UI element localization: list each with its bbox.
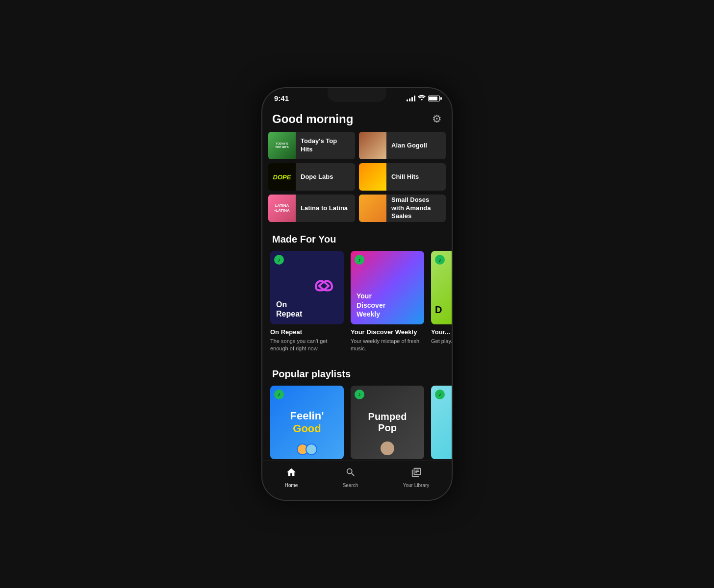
spotify-badge-feelin: ♪ xyxy=(274,390,284,399)
spotify-badge-discover: ♪ xyxy=(355,255,364,265)
settings-icon[interactable]: ⚙ xyxy=(432,113,442,125)
spotify-logo-third-pop: ♪ xyxy=(439,392,441,397)
quick-thumb-small-doses xyxy=(359,195,386,222)
quick-label-chill: Chill Hits xyxy=(386,173,424,181)
discover-weekly-card-desc: Your weekly mixtape of fresh music. xyxy=(351,338,424,353)
on-repeat-card-desc: The songs you can't get enough of right … xyxy=(270,338,344,353)
quick-thumb-dope: DOPE xyxy=(268,163,296,191)
third-card-image: ♪ D xyxy=(431,251,452,324)
made-for-you-spacer xyxy=(262,357,452,365)
made-for-you-cards[interactable]: ♪ OnRepeat On Repeat xyxy=(262,251,452,357)
nav-search-label: Search xyxy=(343,483,358,488)
third-popular-image: ♪ xyxy=(431,386,452,459)
card-on-repeat[interactable]: ♪ OnRepeat On Repeat xyxy=(270,251,344,353)
discover-label: YourDiscoverWeekly xyxy=(357,292,385,318)
quick-item-chill[interactable]: Chill Hits xyxy=(359,163,446,191)
header: Good morning ⚙ xyxy=(262,104,452,132)
status-icons xyxy=(407,95,440,102)
quick-item-dope[interactable]: DOPE Dope Labs xyxy=(268,163,355,191)
nav-library-label: Your Library xyxy=(403,483,430,488)
card-pumped-pop[interactable]: ♪ Pumped Pop Pumped Pop xyxy=(351,386,424,461)
nav-home-label: Home xyxy=(285,483,298,488)
spotify-badge-third: ♪ xyxy=(435,255,445,265)
status-time: 9:41 xyxy=(274,94,289,102)
feelin-good-avatars xyxy=(297,443,317,455)
card-feelin-good[interactable]: ♪ Feelin' Good Feelin' Good xyxy=(270,386,344,461)
library-icon xyxy=(411,467,422,481)
on-repeat-card-title: On Repeat xyxy=(270,328,344,336)
infinity-icon xyxy=(308,276,340,300)
discover-weekly-image: ♪ YourDiscoverWeekly xyxy=(351,251,424,324)
pumped-pop-label: Pumped Pop xyxy=(368,411,407,434)
nav-home[interactable]: Home xyxy=(275,465,308,490)
spotify-logo-pumped: ♪ xyxy=(358,392,361,397)
quick-label-dope: Dope Labs xyxy=(296,173,338,181)
quick-thumb-latina: LATINA•LATINA xyxy=(268,195,296,222)
third-card-label: D xyxy=(435,292,442,318)
popular-playlists-header: Popular playlists xyxy=(262,365,452,386)
quick-item-alan[interactable]: Alan Gogoll xyxy=(359,132,446,159)
spotify-badge-pumped: ♪ xyxy=(355,390,364,399)
feelin-good-image: ♪ Feelin' Good xyxy=(270,386,344,459)
scroll-content[interactable]: Good morning ⚙ Today'sTop Hits Today's T… xyxy=(262,104,452,461)
spotify-logo-third: ♪ xyxy=(439,257,441,263)
notch xyxy=(328,88,386,102)
quick-label-small-doses: Small Doses with Amanda Saales xyxy=(386,196,446,221)
battery-icon xyxy=(428,96,440,101)
third-card-title: Your... xyxy=(431,328,452,336)
search-icon xyxy=(345,467,356,481)
pumped-pop-avatar xyxy=(381,441,394,455)
phone-frame: 9:41 Good xyxy=(261,87,453,501)
on-repeat-title: OnRepeat xyxy=(276,300,302,318)
quick-thumb-top-hits: Today'sTop Hits xyxy=(268,132,296,159)
card-discover-weekly[interactable]: ♪ YourDiscoverWeekly Your Discover Weekl… xyxy=(351,251,424,353)
quick-access-grid: Today'sTop Hits Today's Top Hits Alan Go… xyxy=(262,132,452,230)
nav-library[interactable]: Your Library xyxy=(393,465,439,490)
quick-thumb-alan xyxy=(359,132,386,159)
quick-thumb-chill xyxy=(359,163,386,191)
made-for-you-header: Made For You xyxy=(262,230,452,251)
spotify-badge-third-pop: ♪ xyxy=(435,390,445,399)
phone-screen: 9:41 Good xyxy=(262,88,452,500)
discover-weekly-card-title: Your Discover Weekly xyxy=(351,328,424,336)
greeting-title: Good morning xyxy=(272,112,353,126)
feelin-good-label: Feelin' Good xyxy=(270,405,344,440)
signal-bars-icon xyxy=(407,96,415,101)
quick-item-latina[interactable]: LATINA•LATINA Latina to Latina xyxy=(268,195,355,222)
card-third-made[interactable]: ♪ D Your... Get play... xyxy=(431,251,452,353)
popular-playlists-cards[interactable]: ♪ Feelin' Good Feelin' Good xyxy=(262,386,452,461)
quick-label-top-hits: Today's Top Hits xyxy=(296,137,355,154)
bottom-nav: Home Search Your Library xyxy=(262,461,452,500)
spotify-badge-on-repeat: ♪ xyxy=(274,255,284,265)
spotify-logo-discover: ♪ xyxy=(358,257,361,263)
wifi-icon xyxy=(418,95,426,102)
home-icon xyxy=(286,467,297,481)
third-card-desc: Get play... xyxy=(431,338,452,345)
quick-item-top-hits[interactable]: Today'sTop Hits Today's Top Hits xyxy=(268,132,355,159)
on-repeat-image: ♪ OnRepeat xyxy=(270,251,344,324)
spotify-logo-feelin: ♪ xyxy=(278,392,280,397)
spotify-logo-on-repeat: ♪ xyxy=(278,257,280,263)
pumped-pop-image: ♪ Pumped Pop xyxy=(351,386,424,459)
quick-label-latina: Latina to Latina xyxy=(296,204,353,213)
quick-item-small-doses[interactable]: Small Doses with Amanda Saales xyxy=(359,195,446,222)
quick-label-alan: Alan Gogoll xyxy=(386,142,432,150)
nav-search[interactable]: Search xyxy=(333,465,368,490)
card-third-popular[interactable]: ♪ xyxy=(431,386,452,461)
